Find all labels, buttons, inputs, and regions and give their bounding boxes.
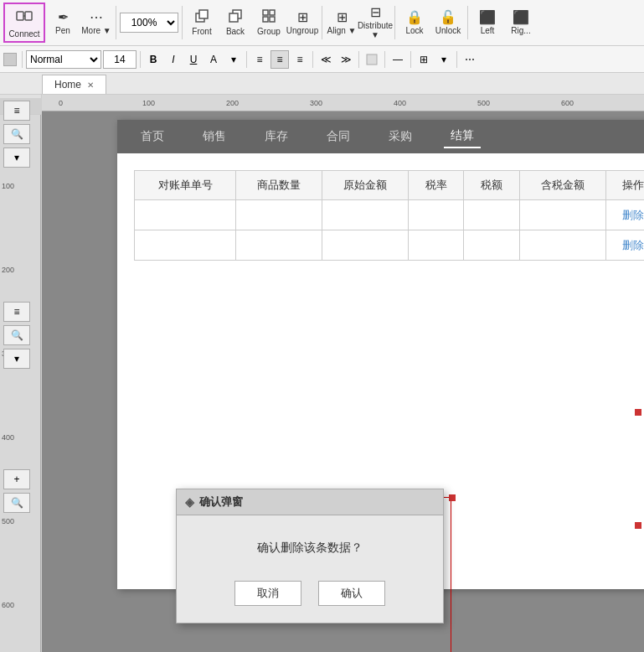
delete-link-2[interactable]: 删除 [622, 239, 644, 251]
side-tool-1[interactable]: ≡ [3, 101, 30, 121]
indent-less-button[interactable]: ≪ [317, 50, 335, 69]
italic-button[interactable]: I [164, 50, 183, 69]
tab-bar: Home ✕ [0, 73, 644, 95]
lock-icon: 🔒 [406, 11, 423, 24]
add-btn[interactable]: + [3, 469, 30, 489]
back-icon [229, 9, 242, 25]
side-tool-3[interactable]: ≡ [3, 302, 30, 322]
h-tick-300: 300 [310, 99, 322, 107]
separator5 [467, 6, 468, 39]
dialog-confirm-button[interactable]: 确认 [318, 581, 385, 606]
left-button[interactable]: ⬛ Left [471, 3, 503, 43]
ruler-horizontal: 0 100 200 300 400 500 600 [42, 95, 644, 111]
font-color-button[interactable]: A [204, 50, 223, 69]
ungroup-button[interactable]: ⊞ Ungroup [286, 3, 318, 43]
nav-settlement[interactable]: 结算 [444, 125, 481, 148]
right-button[interactable]: ⬛ Rig... [505, 3, 537, 43]
th-quantity: 商品数量 [236, 171, 322, 200]
arrow-tool-icon[interactable] [3, 53, 17, 66]
th-tax-rate: 税率 [409, 171, 464, 200]
conn-handle-3 [635, 522, 641, 529]
dialog-cancel-button[interactable]: 取消 [234, 581, 301, 606]
group-button[interactable]: Group [253, 3, 285, 43]
tab-home[interactable]: Home ✕ [42, 75, 106, 94]
connect-button[interactable]: Connect [3, 3, 45, 43]
td-tax-rate-1 [409, 200, 464, 230]
align-left-button[interactable]: ≡ [250, 50, 269, 69]
main-area: 100 200 300 400 500 600 ≡ 🔍 ▾ ≡ 🔍 ▾ + 🔍 … [0, 95, 644, 652]
v-tick-500: 500 [2, 517, 14, 525]
dialog-buttons: 取消 确认 [177, 572, 443, 623]
side-search-btn-2[interactable]: 🔍 [3, 325, 30, 345]
nav-contract[interactable]: 合同 [320, 126, 357, 147]
style-select[interactable]: Normal [26, 50, 101, 69]
dialog-title-bar: ◈ 确认弹窗 [177, 489, 443, 515]
right-label: Rig... [511, 26, 530, 35]
dialog-body: 确认删除该条数据？ [177, 515, 443, 572]
bold-button[interactable]: B [144, 50, 162, 69]
more-format-button[interactable]: ⋯ [461, 50, 479, 69]
data-table: 对账单单号 商品数量 原始金额 税率 税额 含税金额 操作 [134, 170, 644, 261]
line-style-button[interactable]: — [389, 50, 407, 69]
tab-home-label: Home [54, 79, 81, 91]
table-container: 对账单单号 商品数量 原始金额 税率 税额 含税金额 操作 [117, 153, 644, 277]
group-icon [262, 9, 276, 25]
pen-label: Pen [55, 26, 70, 35]
nav-sales[interactable]: 销售 [196, 126, 233, 147]
distribute-button[interactable]: ⊟ Distribute ▼ [359, 3, 391, 43]
v-tick-600: 600 [2, 601, 14, 609]
dialog-title-icon: ◈ [185, 495, 194, 509]
font-size-input[interactable] [103, 50, 137, 69]
nav-homepage[interactable]: 首页 [134, 126, 171, 147]
dialog-title-text: 确认弹窗 [199, 494, 243, 510]
align-button[interactable]: ⊞ Align ▼ [326, 3, 358, 43]
td-tax-included-2 [519, 230, 605, 261]
unlock-label: Unlock [435, 26, 461, 35]
svg-rect-6 [229, 13, 238, 22]
v-tick-400: 400 [2, 433, 14, 442]
more-button[interactable]: ⋯ More ▼ [80, 3, 112, 43]
td-statement-2 [135, 230, 236, 261]
align-right-button[interactable]: ≡ [291, 50, 309, 69]
border-button[interactable]: ⊞ [415, 50, 433, 69]
th-original-amount: 原始金额 [322, 171, 409, 200]
font-color-dropdown[interactable]: ▾ [224, 50, 243, 69]
back-label: Back [226, 27, 245, 36]
conn-handle-1 [449, 494, 456, 501]
side-tool-dropdown[interactable]: ▾ [3, 147, 30, 168]
tab-close-icon[interactable]: ✕ [87, 80, 94, 90]
separator3 [322, 6, 322, 39]
lock-button[interactable]: 🔒 Lock [399, 3, 430, 43]
connect-label: Connect [8, 29, 39, 39]
fill-color-button[interactable] [363, 50, 381, 69]
td-statement-1 [135, 200, 236, 230]
align-center-button[interactable]: ≡ [270, 50, 289, 69]
h-tick-100: 100 [142, 99, 155, 107]
back-button[interactable]: Back [219, 3, 251, 43]
sep2 [140, 51, 141, 68]
dialog-box: ◈ 确认弹窗 确认删除该条数据？ 取消 确认 [176, 489, 444, 624]
sep [22, 51, 23, 68]
front-button[interactable]: Front [186, 3, 218, 43]
border-dropdown[interactable]: ▾ [435, 50, 453, 69]
zoom-select[interactable]: 100% 75% 150% [120, 13, 178, 33]
side-search-btn[interactable]: 🔍 [3, 124, 30, 144]
th-tax-amount: 税额 [464, 171, 519, 200]
delete-link-1[interactable]: 删除 [622, 209, 644, 221]
side-search-btn-3[interactable]: 🔍 [3, 493, 30, 513]
td-tax-rate-2 [409, 230, 464, 261]
svg-rect-11 [367, 54, 377, 65]
unlock-button[interactable]: 🔓 Unlock [432, 3, 464, 43]
pen-button[interactable]: ✒ Pen [47, 3, 79, 43]
side-tool-dropdown-2[interactable]: ▾ [3, 349, 30, 369]
underline-button[interactable]: U [184, 50, 203, 69]
lock-label: Lock [405, 26, 423, 35]
th-tax-included: 含税金额 [519, 171, 605, 200]
td-original-1 [322, 200, 409, 230]
indent-more-button[interactable]: ≫ [337, 50, 355, 69]
td-tax-amount-2 [464, 230, 519, 261]
h-tick-400: 400 [394, 99, 406, 107]
nav-inventory[interactable]: 库存 [258, 126, 295, 147]
nav-purchase[interactable]: 采购 [382, 126, 419, 147]
ungroup-icon: ⊞ [297, 11, 308, 24]
